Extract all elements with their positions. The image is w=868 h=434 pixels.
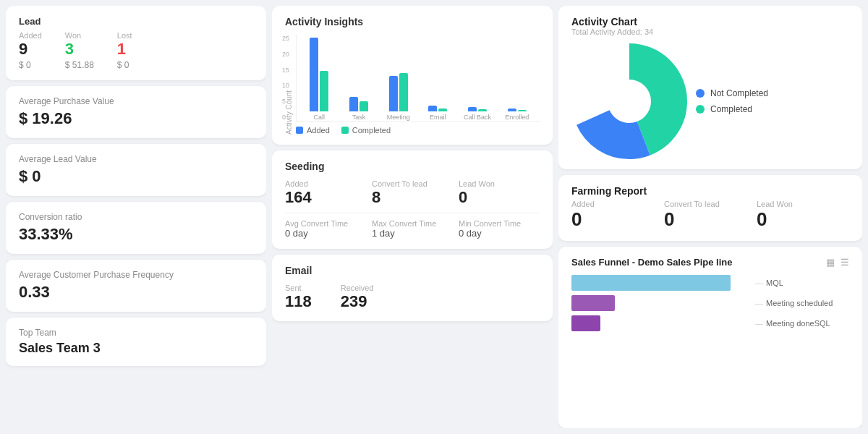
email-received-label: Received — [341, 284, 374, 292]
seeding-card: Seeding Added 164 Convert To lead 8 Lead… — [272, 150, 553, 249]
activity-insights-title: Activity Insights — [285, 16, 540, 27]
lead-added: Added 9 $ 0 — [19, 31, 42, 70]
added-bar — [428, 106, 437, 111]
completed-legend: Completed — [696, 104, 768, 114]
seeding-max-val: 1 day — [372, 228, 453, 239]
pie-svg: 26.5 % 73.5% — [571, 43, 687, 159]
bar-label: Task — [352, 114, 366, 121]
email-received: Received 239 — [341, 284, 374, 311]
funnel-meeting-label: — Meeting scheduled — [755, 295, 849, 311]
conversion-card: Conversion ratio 33.33% — [6, 202, 266, 254]
farming-grid: Added 0 Convert To lead 0 Lead Won 0 — [571, 200, 849, 231]
farming-won: Lead Won 0 — [757, 200, 849, 231]
conversion-value: 33.33% — [19, 225, 253, 244]
avg-purchase-value: $ 19.26 — [19, 109, 253, 128]
farming-won-val: 0 — [757, 208, 849, 231]
pie-completed-pct: 73.5% — [618, 111, 643, 122]
bar-group-task: Task — [339, 97, 379, 121]
funnel-title: Sales Funnel - Demo Sales Pipe line — [571, 257, 733, 268]
bar-label: Meeting — [387, 114, 410, 121]
added-dot — [296, 127, 303, 134]
avg-lead-card: Average Lead Value $ 0 — [6, 144, 266, 196]
farming-added-val: 0 — [571, 208, 664, 231]
farming-report-card: Farming Report Added 0 Convert To lead 0… — [558, 175, 862, 241]
legend-completed-label: Completed — [352, 126, 391, 135]
seeding-avg-label: Avg Convert Time — [285, 219, 366, 228]
farming-added-label: Added — [571, 200, 664, 208]
bar-label: Email — [430, 114, 446, 121]
seeding-convert: Convert To lead 8 — [372, 179, 453, 207]
bar-chart-area: 2520151050 CallTaskMeetingEmailCall Back… — [296, 35, 540, 122]
bar-chart-icon[interactable]: ▦ — [826, 257, 835, 268]
funnel-mql-label: — MQL — [755, 275, 849, 291]
funnel-meeting-text: Meeting scheduled — [766, 299, 833, 307]
bar-group-call back: Call Back — [458, 107, 498, 121]
legend-added: Added — [296, 126, 330, 135]
farming-convert: Convert To lead 0 — [664, 200, 757, 231]
seeding-min-time: Min Convert Time 0 day — [459, 219, 540, 239]
activity-insights-card: Activity Insights Activity Count 2520151… — [272, 6, 553, 145]
seeding-won: Lead Won 0 — [459, 179, 540, 207]
funnel-bar-donesql — [571, 315, 749, 331]
avg-lead-value: $ 0 — [19, 167, 253, 186]
y-axis: 2520151050 — [282, 35, 289, 121]
lead-won-sub: $ 51.88 — [65, 60, 94, 70]
pie-chart: 26.5 % 73.5% — [571, 43, 687, 159]
funnel-bar-mql-bar — [571, 275, 731, 291]
farming-title: Farming Report — [571, 185, 849, 197]
menu-icon[interactable]: ☰ — [841, 257, 849, 268]
pie-not-completed-pct: 26.5 % — [611, 85, 636, 94]
added-bar — [310, 38, 318, 111]
funnel-bars-area — [571, 275, 749, 331]
lead-lost: Lost 1 $ 0 — [117, 31, 132, 70]
activity-chart-title: Activity Chart — [571, 16, 849, 27]
avg-purchase-title: Average Purchase Value — [19, 96, 253, 106]
chart-legend: Added Completed — [296, 126, 540, 135]
pie-legend-row: 26.5 % 73.5% Not Completed Completed — [571, 43, 849, 159]
avg-freq-title: Average Customer Purchase Frequency — [19, 270, 253, 280]
seeding-grid: Added 164 Convert To lead 8 Lead Won 0 — [285, 179, 540, 207]
funnel-donesql-text: Meeting doneSQL — [766, 319, 830, 328]
bar-label: Enrolled — [505, 114, 529, 121]
seeding-min-val: 0 day — [459, 228, 540, 239]
avg-freq-card: Average Customer Purchase Frequency 0.33 — [6, 260, 266, 312]
lead-won-num: 3 — [65, 40, 74, 58]
not-completed-legend: Not Completed — [696, 88, 768, 98]
seeding-min-label: Min Convert Time — [459, 219, 540, 228]
email-title: Email — [285, 265, 540, 276]
legend-added-label: Added — [307, 126, 330, 135]
email-grid: Sent 118 Received 239 — [285, 284, 540, 311]
seeding-added-label: Added — [285, 179, 366, 188]
activity-chart-sub: Total Activity Added: 34 — [571, 27, 849, 36]
farming-added: Added 0 — [571, 200, 664, 231]
farming-convert-label: Convert To lead — [664, 200, 757, 208]
completed-dot — [696, 105, 705, 114]
lead-added-sub: $ 0 — [19, 60, 42, 70]
top-team-title: Top Team — [19, 328, 253, 338]
seeding-time-grid: Avg Convert Time 0 day Max Convert Time … — [285, 219, 540, 239]
funnel-body: — MQL — Meeting scheduled — Meeting done… — [571, 275, 849, 331]
seeding-max-label: Max Convert Time — [372, 219, 453, 228]
seeding-avg-time: Avg Convert Time 0 day — [285, 219, 366, 239]
lead-won-label: Won — [65, 31, 94, 40]
seeding-convert-val: 8 — [372, 188, 453, 207]
seeding-title: Seeding — [285, 161, 540, 172]
completed-bar — [399, 73, 408, 111]
funnel-bar-meeting — [571, 295, 749, 311]
pie-legend: Not Completed Completed — [696, 88, 768, 114]
email-sent-label: Sent — [285, 284, 312, 292]
lead-lost-label: Lost — [117, 31, 132, 40]
right-column: Activity Chart Total Activity Added: 34 … — [558, 6, 862, 428]
seeding-convert-label: Convert To lead — [372, 179, 453, 188]
bar-label: Call — [314, 114, 326, 121]
email-sent: Sent 118 — [285, 284, 312, 311]
lead-card: Lead Added 9 $ 0 Won 3 $ 51.88 Lost 1 $ … — [6, 6, 266, 80]
bar-label: Call Back — [464, 114, 491, 121]
funnel-bar-meeting-bar — [571, 295, 615, 311]
sales-funnel-card: Sales Funnel - Demo Sales Pipe line ▦ ☰ — [558, 247, 862, 428]
completed-bar — [478, 109, 487, 111]
completed-bar — [320, 71, 328, 111]
farming-won-label: Lead Won — [757, 200, 849, 208]
bar-group-enrolled: Enrolled — [497, 109, 537, 121]
bar-group-email: Email — [418, 106, 458, 121]
